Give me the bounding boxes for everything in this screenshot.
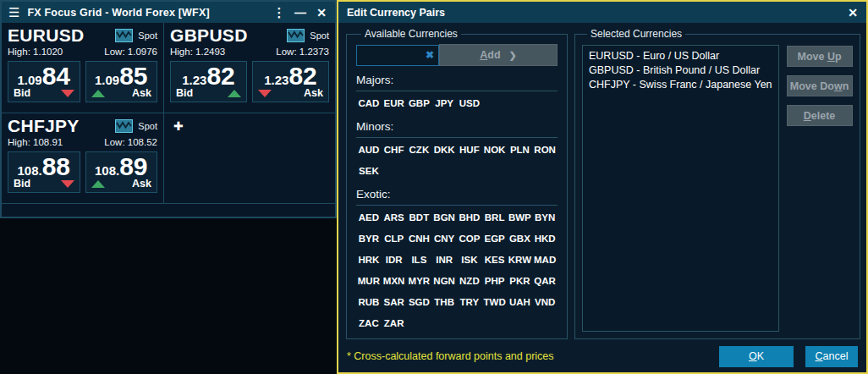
currency-code[interactable]: BYR bbox=[356, 227, 382, 248]
currency-code[interactable]: IDR bbox=[382, 248, 407, 269]
currency-code[interactable]: PLN bbox=[508, 138, 533, 159]
currency-code[interactable]: THB bbox=[431, 290, 457, 311]
dialog-close-icon[interactable]: ✕ bbox=[848, 6, 858, 19]
delete-button[interactable]: Delete bbox=[787, 105, 853, 126]
window-title: FX Focus Grid - World Forex [WFX] bbox=[27, 7, 265, 19]
bid-quote-button[interactable]: 1.0984 Bid bbox=[8, 61, 80, 102]
exotic-currency-grid: AEDARSBDTBGNBHDBRLBWPBYNBYRCLPCNHCNYCOPE… bbox=[356, 206, 558, 333]
currency-code[interactable]: ZAC bbox=[356, 311, 382, 333]
currency-code[interactable]: MYR bbox=[407, 269, 432, 290]
cancel-button[interactable]: Cancel bbox=[805, 346, 858, 367]
hamburger-menu-icon[interactable]: ☰ bbox=[8, 5, 19, 20]
high-value: High: 1.1020 bbox=[8, 47, 63, 57]
currency-code[interactable]: SEK bbox=[356, 159, 382, 180]
currency-code[interactable]: RUB bbox=[356, 290, 382, 311]
currency-code[interactable]: ARS bbox=[382, 206, 407, 227]
currency-code[interactable]: CLP bbox=[382, 227, 407, 248]
currency-code[interactable]: GBX bbox=[508, 227, 533, 248]
move-down-button[interactable]: Move Down bbox=[787, 75, 853, 96]
currency-code[interactable]: ZAR bbox=[382, 311, 407, 333]
currency-code[interactable]: BDT bbox=[407, 206, 432, 227]
currency-code[interactable]: PKR bbox=[508, 269, 533, 290]
ask-trend-arrow-icon bbox=[91, 90, 105, 97]
currency-code[interactable]: SAR bbox=[382, 290, 407, 311]
currency-code[interactable]: HKD bbox=[532, 227, 558, 248]
cross-calculated-footnote: * Cross-calculated forward points and pr… bbox=[347, 350, 719, 362]
currency-search-field[interactable]: ✖ bbox=[356, 45, 439, 66]
selected-pair-item[interactable]: GBPUSD - British Pound / US Dollar bbox=[589, 63, 772, 78]
clear-search-icon[interactable]: ✖ bbox=[426, 49, 434, 61]
currency-code[interactable]: MUR bbox=[356, 269, 382, 290]
add-button[interactable]: Add ❯ bbox=[439, 44, 558, 66]
currency-code[interactable]: KRW bbox=[508, 248, 533, 269]
close-icon[interactable]: ✕ bbox=[315, 6, 328, 19]
currency-code[interactable]: CZK bbox=[407, 138, 432, 159]
currency-code[interactable]: EGP bbox=[482, 227, 508, 248]
move-up-button[interactable]: Move Up bbox=[787, 46, 853, 67]
selected-pair-item[interactable]: EURUSD - Euro / US Dollar bbox=[589, 49, 772, 63]
currency-code[interactable]: AUD bbox=[356, 138, 382, 159]
tenor-label: Spot bbox=[138, 121, 157, 131]
currency-code[interactable]: CAD bbox=[356, 91, 382, 113]
currency-code[interactable]: HRK bbox=[356, 248, 382, 269]
selected-pair-item[interactable]: CHFJPY - Swiss Franc / Japanese Yen bbox=[589, 78, 772, 92]
minimize-icon[interactable]: — bbox=[294, 6, 307, 19]
currency-code[interactable]: NOK bbox=[482, 138, 508, 159]
currency-code[interactable]: RON bbox=[532, 138, 558, 159]
chart-icon[interactable] bbox=[115, 29, 133, 42]
kebab-menu-icon[interactable]: ⋮ bbox=[272, 5, 286, 20]
currency-code[interactable]: PHP bbox=[482, 269, 508, 290]
ok-button[interactable]: OK bbox=[719, 346, 794, 367]
currency-code[interactable]: SGD bbox=[407, 290, 432, 311]
currency-code[interactable]: TWD bbox=[482, 290, 508, 311]
minors-currency-grid: AUDCHFCZKDKKHUFNOKPLNRONSEK bbox=[356, 138, 558, 180]
currency-code[interactable]: CNY bbox=[431, 227, 457, 248]
selected-pairs-listbox[interactable]: EURUSD - Euro / US DollarGBPUSD - Britis… bbox=[582, 45, 779, 332]
currency-code[interactable]: MAD bbox=[532, 248, 558, 269]
currency-code[interactable]: BRL bbox=[482, 206, 508, 227]
bid-quote-button[interactable]: 1.2382 Bid bbox=[170, 61, 247, 102]
majors-currency-grid: CADEURGBPJPYUSD bbox=[356, 91, 558, 113]
ask-trend-arrow-icon bbox=[258, 90, 272, 97]
add-tile-plus-icon[interactable]: ✚ bbox=[170, 116, 184, 133]
currency-code[interactable]: BYN bbox=[532, 206, 558, 227]
ask-label: Ask bbox=[304, 87, 323, 99]
currency-code[interactable]: CNH bbox=[407, 227, 432, 248]
currency-code[interactable]: MXN bbox=[382, 269, 407, 290]
bid-quote-button[interactable]: 108.88 Bid bbox=[8, 151, 80, 193]
minors-section-label: Minors: bbox=[356, 120, 558, 138]
ask-quote-button[interactable]: 1.2382 Ask bbox=[252, 61, 329, 102]
chart-icon[interactable] bbox=[287, 29, 305, 42]
currency-code[interactable]: INR bbox=[431, 248, 457, 269]
bid-trend-arrow-icon bbox=[61, 180, 74, 188]
currency-code[interactable]: USD bbox=[457, 91, 482, 113]
currency-code[interactable]: AED bbox=[356, 206, 382, 227]
currency-code[interactable]: JPY bbox=[431, 91, 457, 113]
currency-code[interactable]: UAH bbox=[508, 290, 533, 311]
currency-code[interactable]: HUF bbox=[457, 138, 482, 159]
window-filler bbox=[2, 204, 335, 217]
currency-code[interactable]: VND bbox=[532, 290, 558, 311]
currency-code[interactable]: BHD bbox=[457, 206, 482, 227]
currency-code[interactable]: ISK bbox=[457, 248, 482, 269]
currency-code[interactable]: TRY bbox=[457, 290, 482, 311]
currency-code[interactable]: ILS bbox=[407, 248, 432, 269]
currency-code[interactable]: CHF bbox=[382, 138, 407, 159]
dialog-titlebar[interactable]: Edit Currency Pairs ✕ bbox=[338, 2, 866, 23]
currency-code[interactable]: DKK bbox=[431, 138, 457, 159]
currency-code[interactable]: GBP bbox=[407, 91, 432, 113]
currency-code[interactable]: COP bbox=[457, 227, 482, 248]
currency-code[interactable]: EUR bbox=[382, 91, 407, 113]
chart-icon[interactable] bbox=[115, 119, 133, 133]
currency-code[interactable]: KES bbox=[482, 248, 508, 269]
currency-code[interactable]: BWP bbox=[508, 206, 533, 227]
currency-code[interactable]: BGN bbox=[431, 206, 457, 227]
currency-code[interactable]: NGN bbox=[431, 269, 457, 290]
tenor-label: Spot bbox=[310, 30, 329, 41]
currency-code[interactable]: NZD bbox=[457, 269, 482, 290]
window-titlebar[interactable]: ☰ FX Focus Grid - World Forex [WFX] ⋮ — … bbox=[2, 2, 335, 23]
ask-quote-button[interactable]: 1.0985 Ask bbox=[85, 61, 158, 102]
currency-code[interactable]: QAR bbox=[532, 269, 558, 290]
tile-grid: EURUSD Spot High: 1.1020 Low: 1.0976 1.0… bbox=[2, 23, 335, 217]
ask-quote-button[interactable]: 108.89 Ask bbox=[85, 151, 158, 193]
